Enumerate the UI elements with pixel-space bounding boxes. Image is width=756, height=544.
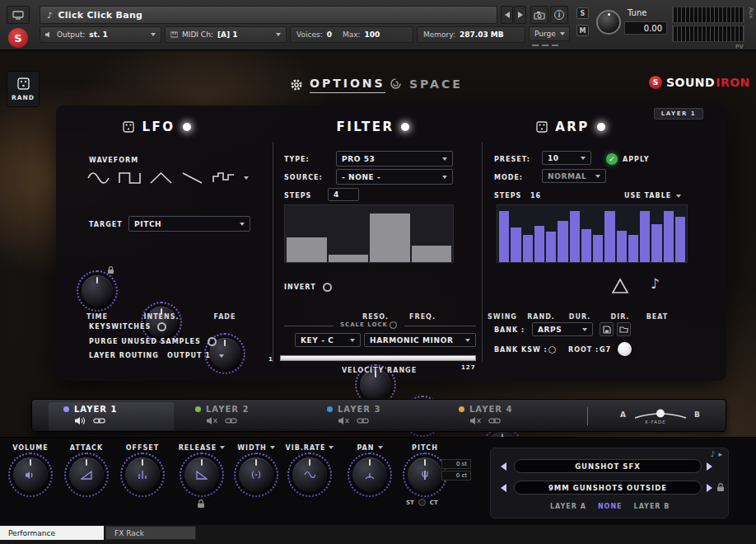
chevron-down-icon[interactable]: [220, 446, 225, 449]
chevron-down-icon[interactable]: [219, 354, 224, 358]
root-value[interactable]: G7: [600, 346, 611, 354]
step-bar[interactable]: [570, 211, 580, 262]
filter-step-sequencer[interactable]: [284, 204, 454, 263]
step-bar[interactable]: [651, 224, 661, 262]
step-bar[interactable]: [370, 213, 410, 262]
bank-select[interactable]: ARPS: [532, 322, 593, 336]
pitch-knob[interactable]: [408, 457, 442, 492]
bank-ksw-toggle[interactable]: [548, 346, 556, 354]
mute-button[interactable]: M: [576, 25, 589, 36]
link-icon[interactable]: [93, 417, 105, 424]
preset-category-pill[interactable]: GUNSHOT SFX: [514, 459, 702, 473]
filter-source-select[interactable]: - NONE -: [336, 169, 453, 185]
step-bar[interactable]: [558, 221, 567, 262]
load-bank-button[interactable]: [617, 322, 631, 336]
arp-steps-value[interactable]: 16: [530, 192, 541, 199]
width-knob[interactable]: [239, 457, 273, 492]
info-button[interactable]: i: [550, 6, 568, 24]
scale-lock-toggle[interactable]: [390, 321, 397, 329]
keyswitches-toggle[interactable]: [157, 322, 166, 331]
velocity-max-handle[interactable]: [470, 349, 477, 354]
solo-button[interactable]: S: [576, 7, 589, 19]
invert-toggle[interactable]: [323, 283, 332, 292]
prev-preset-button[interactable]: [501, 484, 506, 492]
volume-knob[interactable]: [13, 457, 48, 492]
vibrate-knob[interactable]: [292, 457, 327, 492]
prev-category-button[interactable]: [501, 462, 506, 471]
lock-icon[interactable]: [197, 499, 205, 509]
aux-label[interactable]: Aux: [748, 7, 754, 18]
arp-mode-select[interactable]: NORMAL: [542, 169, 606, 183]
lfo-time-knob[interactable]: [82, 275, 113, 307]
scale-select[interactable]: HARMONIC MINOR: [364, 333, 476, 347]
offset-knob[interactable]: [125, 457, 160, 492]
chevron-down-icon[interactable]: [378, 446, 383, 449]
speaker-on-icon[interactable]: [74, 416, 86, 425]
tab-space[interactable]: SPACE: [389, 77, 463, 91]
step-bar[interactable]: [593, 235, 603, 263]
rand-tab[interactable]: RAND: [7, 71, 40, 107]
beat-note-icon[interactable]: ♪: [651, 275, 660, 292]
arp-power-led[interactable]: [597, 123, 605, 131]
lock-icon[interactable]: [716, 482, 725, 492]
filter-power-led[interactable]: [401, 123, 409, 131]
saw-wave-icon[interactable]: [181, 171, 203, 185]
step-bar[interactable]: [523, 235, 533, 263]
step-bar[interactable]: [617, 231, 627, 262]
st-ct-switch[interactable]: ST CT: [406, 499, 438, 506]
step-bar[interactable]: [664, 211, 674, 262]
chevron-down-icon[interactable]: [244, 176, 249, 180]
lfo-target-select[interactable]: PITCH: [128, 216, 250, 232]
speaker-mute-icon[interactable]: [338, 416, 350, 425]
velocity-range-slider[interactable]: [280, 355, 476, 361]
pitch-semitone-box[interactable]: 0 st: [441, 459, 471, 469]
layer-b-label[interactable]: LAYER B: [634, 503, 670, 510]
save-bank-button[interactable]: [600, 322, 614, 336]
tune-value[interactable]: 0.00: [624, 21, 667, 35]
next-category-button[interactable]: [707, 462, 712, 471]
prev-instrument-button[interactable]: [501, 6, 513, 24]
snapshot-button[interactable]: [530, 6, 548, 24]
root-knob[interactable]: [618, 342, 632, 356]
output-select[interactable]: Output: st. 1: [40, 26, 161, 43]
arp-preset-select[interactable]: 10: [542, 151, 591, 165]
filter-steps-value-box[interactable]: 4: [328, 188, 359, 201]
sine-wave-icon[interactable]: [87, 171, 110, 185]
purge-menu[interactable]: Purge: [529, 26, 570, 41]
purge-unused-toggle[interactable]: [208, 337, 217, 346]
layer-none-label[interactable]: NONE: [598, 503, 623, 510]
speaker-mute-icon[interactable]: [206, 416, 218, 425]
random-step-wave-icon[interactable]: [212, 171, 235, 185]
release-knob[interactable]: [184, 457, 219, 492]
apply-button[interactable]: ✓: [606, 153, 618, 165]
layer-routing-value[interactable]: OUTPUT 1: [167, 352, 211, 359]
link-icon[interactable]: [488, 417, 501, 424]
step-bar[interactable]: [675, 217, 685, 262]
midi-channel-select[interactable]: MIDI Ch: [A] 1: [165, 26, 287, 43]
arp-step-table[interactable]: [497, 204, 688, 263]
link-icon[interactable]: [357, 417, 369, 424]
key-select[interactable]: KEY - C: [295, 333, 361, 347]
step-bar[interactable]: [287, 237, 327, 262]
preset-name-pill[interactable]: 9MM GUNSHOTS OUTSIDE: [514, 481, 702, 495]
step-bar[interactable]: [534, 226, 544, 262]
layer-3-cell[interactable]: LAYER 3: [312, 402, 437, 430]
step-bar[interactable]: [329, 255, 369, 262]
pan-knob[interactable]: [352, 457, 387, 492]
pitch-cent-box[interactable]: 0 ct: [441, 471, 471, 481]
step-bar[interactable]: [511, 227, 520, 262]
layer-a-label[interactable]: LAYER A: [550, 503, 586, 510]
triangle-wave-icon[interactable]: [150, 171, 172, 185]
use-table-select[interactable]: USE TABLE: [624, 192, 681, 199]
keyboard-view-button[interactable]: [7, 6, 30, 24]
step-bar[interactable]: [604, 211, 614, 262]
step-bar[interactable]: [499, 211, 509, 262]
attack-knob[interactable]: [69, 457, 104, 492]
direction-icon[interactable]: [610, 277, 630, 295]
tab-performance[interactable]: Performance: [0, 526, 104, 540]
layer-2-cell[interactable]: LAYER 2: [180, 402, 306, 430]
tab-options[interactable]: OPTIONS: [290, 77, 385, 93]
link-icon[interactable]: [225, 417, 237, 424]
speaker-mute-icon[interactable]: [469, 416, 482, 425]
square-wave-icon[interactable]: [119, 171, 141, 185]
